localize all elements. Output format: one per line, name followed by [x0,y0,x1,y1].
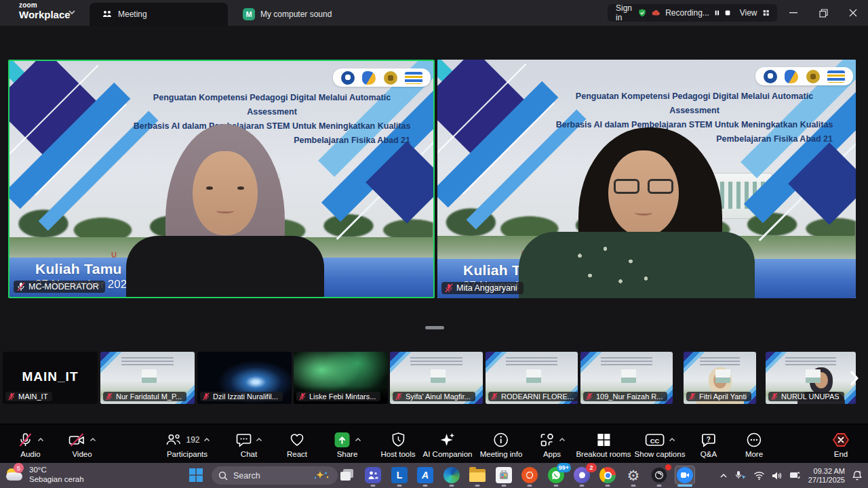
zoom-app-icon[interactable] [675,466,695,485]
settings-app-icon[interactable]: ⚙ [623,466,644,485]
video-tile-mita-anggaryani[interactable]: U N I V E R S Penguatan Kompetensi Pedag… [437,60,856,298]
notifications-bell-icon[interactable] [852,470,863,481]
thumbnail-participant[interactable]: Syifa' Ainul Magfir... [390,352,483,404]
task-view-icon [340,468,355,482]
video-tile-mc-moderator[interactable]: U N I V E R S Penguatan Kompetensi Pedag… [8,60,435,298]
obs-app-icon[interactable] [649,466,669,485]
view-button[interactable]: View [740,8,757,18]
name-tag: 109_Nur Faizah R... [583,392,667,401]
file-explorer-icon[interactable] [467,466,488,485]
pause-recording-button[interactable] [715,9,719,17]
start-button[interactable] [186,466,206,485]
video-button[interactable]: Video [68,424,96,464]
tray-mic-location-icon[interactable] [734,470,747,481]
heart-icon [289,432,305,448]
chevron-right-icon [850,371,859,386]
qa-icon: ? [701,432,717,448]
breakout-rooms-button[interactable]: Breakout rooms [576,424,631,464]
gallery-resize-handle[interactable] [425,326,444,329]
minimize-button[interactable] [778,0,808,26]
audio-options-caret[interactable] [38,438,44,442]
berdampak-logo-icon [362,71,376,85]
ubuntu-app-icon[interactable] [519,466,540,485]
name-tag: Syifa' Ainul Magfir... [393,392,475,401]
participants-options-caret[interactable] [204,438,210,442]
close-button[interactable] [838,0,868,26]
sign-in-button[interactable]: Sign in [616,3,633,22]
share-options-caret[interactable] [355,438,361,442]
participant-video-person [123,124,327,298]
stop-recording-button[interactable] [725,9,730,17]
windows-logo-icon [189,468,203,483]
messaging-app-icon[interactable]: 2 [572,466,592,485]
thumbnail-participant[interactable]: Fitri April Yanti [684,352,756,404]
name-tag: RODEARNI FLORE... [488,392,578,401]
participants-button[interactable]: 192 Participants [164,424,210,464]
thumbnail-participant[interactable]: Nur Faridatul M_P... [100,352,195,404]
participant-video-person [519,127,763,298]
edge-browser-icon[interactable] [441,466,462,485]
end-meeting-button[interactable]: End [832,424,850,464]
clock-time: 09.32 AM [814,467,845,475]
view-grid-icon[interactable] [763,8,769,18]
show-captions-button[interactable]: CC Show captions [635,424,686,464]
meeting-toolbar: Audio Video 192 Participants Chat [0,424,868,463]
react-button[interactable]: React [287,424,307,464]
gear-icon: ⚙ [627,468,640,483]
apps-button[interactable]: Apps [539,424,566,464]
wifi-icon[interactable] [753,471,765,480]
taskbar-search[interactable]: Search [212,466,338,485]
input-indicator-icon[interactable] [789,470,802,481]
name-tag: NURUL UNUPAS [768,392,844,401]
mic-muted-icon [106,392,113,401]
taskbar-clock[interactable]: 09.32 AM 27/11/2025 [808,467,845,485]
chat-options-caret[interactable] [256,438,262,442]
tray-chevron-up-icon[interactable] [719,473,728,479]
app-a-icon[interactable]: A [415,466,435,485]
share-button[interactable]: Share [334,424,361,464]
captions-options-caret[interactable] [669,438,675,442]
weather-widget[interactable]: 5 30°C Sebagian cerah [5,465,84,484]
volume-icon[interactable] [772,471,783,481]
host-tools-button[interactable]: Host tools [380,424,415,464]
more-icon [746,432,762,448]
thumbnail-participant[interactable]: Dzil Izzati Nuralifil... [197,352,292,404]
chevron-down-icon[interactable] [68,9,76,15]
apps-options-caret[interactable] [559,438,566,442]
tab-computer-sound[interactable]: M My computer sound [236,5,338,23]
weather-icon: 5 [5,466,24,483]
meeting-info-button[interactable]: Meeting info [480,424,523,464]
task-view-button[interactable] [337,466,357,485]
meeting-stage: U N I V E R S Penguatan Kompetensi Pedag… [0,26,868,424]
video-options-caret[interactable] [90,438,96,442]
name-tag: MC-MODERATOR [14,281,105,293]
ai-companion-button[interactable]: AI Companion [423,424,473,464]
share-screen-icon [334,431,351,449]
thumbnail-participant[interactable]: RODEARNI FLORE... [486,352,578,404]
chrome-browser-icon[interactable] [597,466,618,485]
thumbnail-main-it[interactable]: MAIN_IT MAIN_IT [3,352,98,404]
institution-logos [755,67,853,85]
whatsapp-icon[interactable]: 99+ [546,466,566,485]
chat-button[interactable]: Chat [236,424,262,464]
thumbnail-participant[interactable]: Liske Febi Mintars... [294,352,388,404]
mic-muted-icon [8,392,15,401]
more-button[interactable]: More [745,424,763,464]
audio-button[interactable]: Audio [18,424,44,464]
thumbnail-participant[interactable]: 109_Nur Faizah R... [580,352,673,404]
security-shield-icon[interactable] [638,7,646,19]
microsoft-store-icon[interactable] [494,466,514,485]
teams-app-icon[interactable] [363,466,383,485]
thumbnail-participant[interactable]: NURUL UNUPAS [766,352,856,404]
clock-date: 27/11/2025 [808,476,845,484]
gallery-next-page-button[interactable] [845,367,864,390]
kemdikbud-logo-icon [764,70,777,83]
mic-muted-icon [17,282,25,291]
app-l-icon[interactable]: L [389,466,410,485]
svg-text:CC: CC [650,437,660,445]
qa-button[interactable]: ? Q&A [701,424,717,464]
mic-muted-icon [299,392,306,401]
name-tag: Fitri April Yanti [686,392,751,401]
restore-button[interactable] [808,0,838,26]
tab-meeting[interactable]: Meeting [90,3,228,26]
